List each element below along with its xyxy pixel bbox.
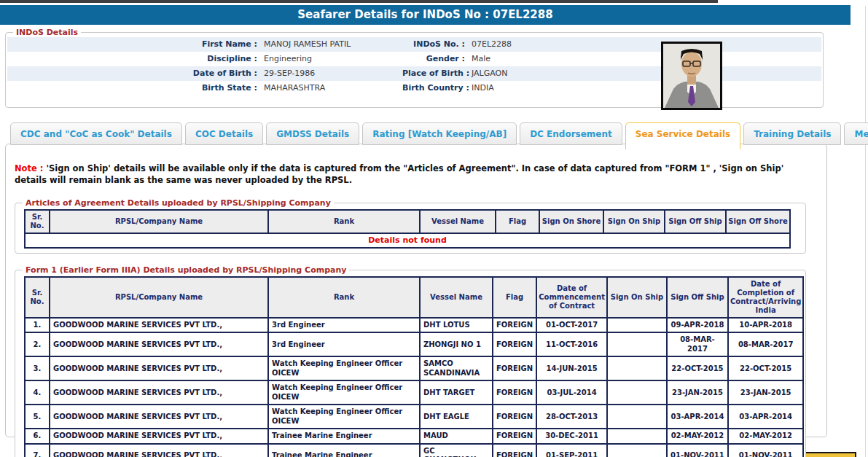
cell-sr-no: 6.	[25, 429, 50, 444]
cell-completion: 01-NOV-2011	[728, 444, 803, 457]
cell-flag: FOREIGN	[493, 356, 536, 380]
cell-rank: Trainee Marine Engineer	[268, 429, 420, 444]
tab-training-details[interactable]: Training Details	[743, 122, 841, 145]
col-rank: Rank	[268, 277, 420, 318]
col-sign-off-ship: Sign Off Ship	[665, 210, 726, 233]
articles-of-agreement-section: Articles of Agreement Details uploaded b…	[15, 198, 806, 254]
tab-gmdss-details[interactable]: GMDSS Details	[266, 122, 359, 145]
date-of-birth-value: 29-SEP-1986	[264, 66, 402, 81]
cell-sign-off-ship: 03-APR-2014	[667, 405, 728, 429]
details-not-found-message: Details not found	[25, 233, 790, 248]
cell-company: GOODWOOD MARINE SERVICES PVT LTD.,	[50, 444, 268, 457]
col-sign-off-ship: Sign Off Ship	[667, 277, 728, 318]
col-sr-no: Sr. No.	[25, 277, 50, 318]
cell-rank: Trainee Marine Engineer	[268, 444, 420, 457]
cell-rank: 3rd Engineer	[268, 332, 420, 356]
cell-commencement: 14-JUN-2015	[536, 356, 607, 380]
cell-flag: FOREIGN	[493, 332, 536, 356]
cell-commencement: 03-JUL-2014	[536, 380, 607, 405]
cell-completion: 03-APR-2014	[728, 405, 803, 429]
form1-section: Form 1 (Earlier Form IIIA) Details uploa…	[15, 265, 806, 457]
indos-no-label: INDoS No. :	[402, 37, 472, 52]
cell-vessel: DHT TARGET	[420, 380, 493, 405]
gender-value: Male	[472, 52, 821, 66]
tab-rating-watch-keeping-ab[interactable]: Rating [Watch Keeping/AB]	[362, 122, 517, 145]
col-sr-no: Sr. No.	[25, 210, 50, 233]
cell-sr-no: 1.	[25, 318, 50, 333]
form1-header-row: Sr. No. RPSL/Company Name Rank Vessel Na…	[25, 277, 803, 318]
table-row: 6. GOODWOOD MARINE SERVICES PVT LTD., Tr…	[25, 429, 803, 444]
cell-sr-no: 4.	[25, 380, 50, 405]
birth-country-value: INDIA	[472, 81, 821, 95]
tab-coc-details[interactable]: COC Details	[185, 122, 263, 145]
sea-service-details-panel: Note : 'Sign on Ship' details will be av…	[5, 144, 827, 437]
cell-sign-on-ship	[607, 405, 667, 429]
cell-flag: FOREIGN	[493, 429, 536, 444]
right-edge-line	[865, 6, 866, 457]
cell-commencement: 28-OCT-2013	[536, 405, 607, 429]
cell-completion: 08-MAR-2017	[728, 332, 803, 356]
cell-vessel: ZHONGJI NO 1	[420, 332, 493, 356]
cell-company: GOODWOOD MARINE SERVICES PVT LTD.,	[50, 429, 268, 444]
cell-sign-off-ship: 08-MAR-2017	[667, 332, 728, 356]
cell-flag: FOREIGN	[493, 405, 536, 429]
articles-table: Sr. No. RPSL/Company Name Rank Vessel Na…	[24, 209, 791, 249]
cell-sr-no: 5.	[25, 405, 50, 429]
cell-rank: Watch Keeping Engineer Officer OICEW	[268, 356, 420, 380]
top-strip	[0, 0, 718, 3]
col-rpsl-company: RPSL/Company Name	[50, 277, 268, 318]
tab-bar: CDC and "CoC as Cook" Details COC Detail…	[10, 122, 868, 145]
gender-label: Gender :	[402, 52, 472, 66]
seafarer-photo	[661, 42, 722, 110]
cell-vessel: DHT LOTUS	[420, 318, 493, 333]
place-of-birth-value: JALGAON	[472, 66, 821, 81]
indos-details-legend: INDoS Details	[13, 28, 81, 37]
cell-vessel: MAUD	[420, 429, 493, 444]
col-date-completion: Date of Completion of Contract/Arriving …	[728, 277, 803, 318]
cell-vessel: SAMCO SCANDINAVIA	[420, 356, 493, 380]
cell-flag: FOREIGN	[493, 444, 536, 457]
tab-sea-service-details[interactable]: Sea Service Details	[625, 122, 740, 149]
cell-sign-on-ship	[607, 318, 667, 333]
cell-rank: Watch Keeping Engineer Officer OICEW	[268, 380, 420, 405]
date-of-birth-label: Date of Birth :	[7, 66, 264, 81]
articles-header-row: Sr. No. RPSL/Company Name Rank Vessel Na…	[25, 210, 790, 233]
cell-sign-on-ship	[607, 444, 667, 457]
table-row: 1. GOODWOOD MARINE SERVICES PVT LTD., 3r…	[25, 318, 803, 333]
cell-sign-off-ship: 22-OCT-2015	[667, 356, 728, 380]
cell-sign-off-ship: 09-APR-2018	[667, 318, 728, 333]
cell-sr-no: 7.	[25, 444, 50, 457]
cell-commencement: 11-OCT-2016	[536, 332, 607, 356]
tab-dc-endorsement[interactable]: DC Endorsement	[520, 122, 622, 145]
table-row: 3. GOODWOOD MARINE SERVICES PVT LTD., Wa…	[25, 356, 803, 380]
cell-vessel: DHT EAGLE	[420, 405, 493, 429]
cell-company: GOODWOOD MARINE SERVICES PVT LTD.,	[50, 332, 268, 356]
page-title: Seafarer Details for INDoS No : 07EL2288	[0, 5, 851, 25]
col-date-commencement: Date of Commencement of Contract	[536, 277, 607, 318]
cell-completion: 10-APR-2018	[728, 318, 803, 333]
cell-commencement: 01-SEP-2011	[536, 444, 607, 457]
cell-sign-off-ship: 02-MAY-2012	[667, 429, 728, 444]
page-title-text: Seafarer Details for INDoS No : 07EL2288	[297, 8, 552, 21]
birth-state-label: Birth State :	[7, 81, 264, 95]
cell-flag: FOREIGN	[493, 380, 536, 405]
cell-company: GOODWOOD MARINE SERVICES PVT LTD.,	[50, 380, 268, 405]
col-sign-off-shore: Sign Off Shore	[726, 210, 790, 233]
cell-sign-on-ship	[607, 380, 667, 405]
col-sign-on-ship: Sign On Ship	[607, 277, 667, 318]
cell-vessel: GC GUANGZHOU	[420, 444, 493, 457]
cell-flag: FOREIGN	[493, 318, 536, 333]
cell-rank: 3rd Engineer	[268, 318, 420, 333]
note-label: Note :	[15, 163, 43, 173]
note-body: 'Sign on Ship' details will be available…	[15, 163, 783, 185]
cell-rank: Watch Keeping Engineer Officer OICEW	[268, 405, 420, 429]
first-name-label: First Name :	[7, 37, 264, 52]
table-row: 7. GOODWOOD MARINE SERVICES PVT LTD., Tr…	[25, 444, 803, 457]
col-sign-on-shore: Sign On Shore	[539, 210, 603, 233]
empty-row: Details not found	[25, 233, 790, 248]
cell-sign-on-ship	[607, 356, 667, 380]
tab-cdc-coc-as-cook-details[interactable]: CDC and "CoC as Cook" Details	[10, 122, 182, 145]
indos-details-panel: INDoS Details First Name : MANOJ RAMESH …	[5, 28, 824, 108]
tab-medical-fitness-certificate[interactable]: Medical Fitness Certificate	[844, 122, 868, 145]
cell-company: GOODWOOD MARINE SERVICES PVT LTD.,	[50, 318, 268, 333]
